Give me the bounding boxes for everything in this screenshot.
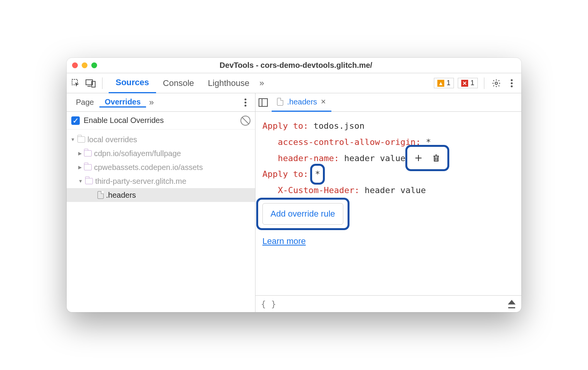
tab-console[interactable]: Console	[156, 73, 201, 93]
collapse-icon: ▶	[78, 151, 82, 156]
editor-tabs: .headers ×	[255, 93, 521, 112]
devtools-window: DevTools - cors-demo-devtools.glitch.me/…	[67, 58, 521, 312]
enable-overrides-row: ✓ Enable Local Overrides	[67, 112, 255, 130]
more-tabs-chevron[interactable]: »	[256, 73, 267, 93]
tree-folder[interactable]: ▼ third-party-server.glitch.me	[67, 174, 255, 188]
more-menu-icon[interactable]	[506, 79, 517, 87]
svg-point-9	[245, 101, 247, 103]
more-nav-tabs[interactable]: »	[146, 98, 157, 108]
dock-icon[interactable]	[507, 300, 516, 308]
warning-count: 1	[447, 79, 450, 87]
editor-content[interactable]: Apply to: todos.json access-control-allo…	[255, 112, 521, 295]
toggle-navigator-icon[interactable]	[259, 98, 268, 107]
tab-sources[interactable]: Sources	[109, 73, 156, 93]
zoom-window-button[interactable]	[91, 62, 97, 68]
file-icon	[277, 98, 283, 106]
add-header-button[interactable]	[412, 151, 425, 165]
file-tab[interactable]: .headers ×	[272, 93, 331, 112]
file-tree: ▼ local overrides ▶ cdpn.io/sofiayem/ful…	[67, 130, 255, 205]
svg-point-10	[245, 104, 247, 106]
window-title: DevTools - cors-demo-devtools.glitch.me/	[97, 61, 495, 70]
learn-more-link[interactable]: Learn more	[262, 236, 306, 246]
minimize-window-button[interactable]	[82, 62, 87, 68]
enable-overrides-checkbox[interactable]: ✓	[71, 116, 80, 125]
inspect-element-icon[interactable]	[71, 78, 81, 89]
navigator-tabs: Page Overrides »	[67, 93, 255, 112]
warnings-badge[interactable]: ▲ 1	[434, 78, 454, 88]
folder-icon	[84, 150, 92, 156]
tree-folder[interactable]: ▶ cdpn.io/sofiayem/fullpage	[67, 146, 255, 160]
enable-overrides-label: Enable Local Overrides	[84, 116, 164, 125]
editor-panel: .headers × Apply to: todos.json access-c…	[255, 93, 521, 312]
folder-icon	[84, 164, 92, 170]
nav-more-menu[interactable]	[240, 98, 251, 107]
main-toolbar: Sources Console Lighthouse » ▲ 1 ✕ 1	[67, 73, 521, 93]
svg-point-6	[511, 82, 513, 84]
traffic-lights	[72, 62, 97, 68]
expand-icon: ▼	[71, 137, 75, 142]
tree-folder[interactable]: ▶ cpwebassets.codepen.io/assets	[67, 160, 255, 174]
clear-overrides-icon[interactable]	[240, 116, 250, 126]
close-tab-icon[interactable]: ×	[321, 97, 326, 107]
add-override-rule-button[interactable]: Add override rule	[262, 203, 343, 225]
folder-icon	[77, 136, 85, 143]
svg-point-4	[495, 82, 497, 84]
file-tab-name: .headers	[287, 98, 317, 106]
format-code-icon[interactable]: { }	[261, 299, 276, 309]
warning-icon: ▲	[437, 80, 444, 87]
file-icon	[97, 191, 104, 199]
expand-icon: ▼	[78, 178, 83, 184]
errors-badge[interactable]: ✕ 1	[458, 78, 478, 88]
navigator-sidebar: Page Overrides » ✓ Enable Local Override…	[67, 93, 255, 312]
tab-page[interactable]: Page	[71, 98, 99, 107]
collapse-icon: ▶	[78, 165, 82, 170]
titlebar: DevTools - cors-demo-devtools.glitch.me/	[67, 58, 521, 73]
device-toggle-icon[interactable]	[85, 78, 96, 89]
tab-overrides[interactable]: Overrides	[99, 98, 146, 108]
error-icon: ✕	[461, 80, 468, 87]
svg-point-8	[245, 98, 247, 100]
tree-file-selected[interactable]: .headers	[67, 188, 255, 202]
error-count: 1	[470, 79, 474, 87]
tab-lighthouse[interactable]: Lighthouse	[201, 73, 257, 93]
tree-root[interactable]: ▼ local overrides	[67, 133, 255, 146]
folder-icon	[85, 178, 93, 184]
svg-point-7	[511, 85, 513, 87]
panel-tabs: Sources Console Lighthouse »	[109, 73, 267, 93]
settings-icon[interactable]	[491, 79, 502, 88]
close-window-button[interactable]	[72, 62, 78, 68]
delete-header-button[interactable]	[429, 151, 443, 165]
editor-footer: { }	[255, 295, 521, 312]
svg-point-5	[511, 79, 513, 81]
